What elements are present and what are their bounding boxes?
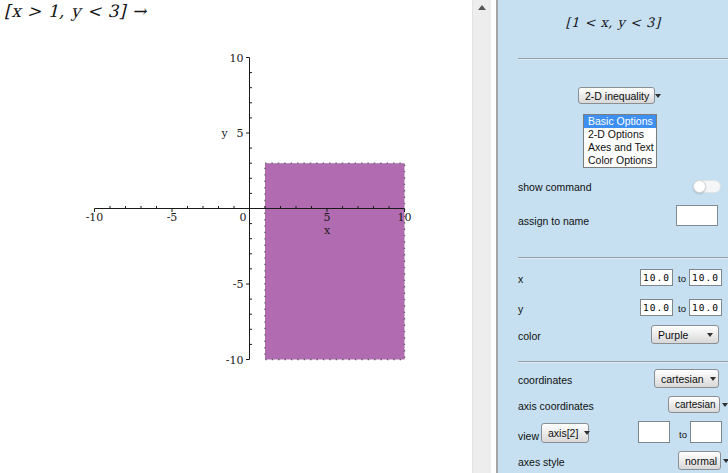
axis-coordinates-dropdown[interactable]: cartesian bbox=[668, 396, 720, 413]
x-to-word: to bbox=[674, 273, 690, 284]
svg-text:-5: -5 bbox=[167, 211, 178, 224]
toggle-knob bbox=[693, 180, 706, 193]
options-listbox[interactable]: Basic Options 2-D Options Axes and Text … bbox=[583, 114, 657, 168]
color-label: color bbox=[518, 330, 541, 342]
scroll-up-icon bbox=[478, 5, 486, 10]
context-panel: [1 < x, y < 3] 2-D inequality Basic Opti… bbox=[498, 0, 728, 473]
svg-text:x: x bbox=[324, 224, 331, 237]
color-dropdown[interactable]: Purple bbox=[651, 325, 719, 344]
chevron-down-icon bbox=[722, 403, 728, 407]
list-item-basic-options[interactable]: Basic Options bbox=[584, 115, 656, 128]
x-to-input[interactable] bbox=[689, 269, 722, 286]
separator bbox=[518, 361, 728, 363]
plot-type-value: 2-D inequality bbox=[585, 90, 649, 102]
axes-style-value: normal bbox=[685, 455, 717, 467]
coordinates-value: cartesian bbox=[661, 373, 704, 385]
chevron-down-icon bbox=[710, 377, 716, 381]
panel-expression: [1 < x, y < 3] bbox=[498, 15, 728, 30]
axis-coordinates-value: cartesian bbox=[675, 399, 716, 410]
list-item-2d-options[interactable]: 2-D Options bbox=[584, 128, 656, 141]
view-from-input[interactable] bbox=[638, 421, 670, 443]
svg-text:10: 10 bbox=[230, 52, 244, 65]
svg-text:-5: -5 bbox=[233, 278, 244, 291]
y-to-word: to bbox=[674, 303, 690, 314]
axes-style-dropdown[interactable]: normal bbox=[678, 451, 721, 470]
svg-text:-10: -10 bbox=[86, 211, 104, 224]
list-item-axes-and-text[interactable]: Axes and Text bbox=[584, 141, 656, 154]
y-from-input[interactable] bbox=[640, 299, 673, 316]
coordinates-dropdown[interactable]: cartesian bbox=[654, 369, 719, 388]
svg-text:y: y bbox=[220, 127, 228, 140]
color-value: Purple bbox=[658, 329, 688, 341]
coordinates-label: coordinates bbox=[518, 374, 572, 386]
svg-text:5: 5 bbox=[237, 127, 244, 140]
view-to-word: to bbox=[675, 429, 691, 440]
chevron-down-icon bbox=[707, 333, 713, 337]
svg-text:5: 5 bbox=[324, 211, 331, 224]
y-range-label: y bbox=[518, 303, 523, 315]
assign-to-name-label: assign to name bbox=[518, 215, 589, 227]
list-item-color-options[interactable]: Color Options bbox=[584, 154, 656, 167]
chevron-down-icon bbox=[723, 459, 728, 463]
svg-text:10: 10 bbox=[398, 211, 412, 224]
plot-type-dropdown[interactable]: 2-D inequality bbox=[578, 87, 655, 104]
worksheet-area: [x > 1, y < 3] → -10-50510-10-5510xy bbox=[0, 0, 472, 473]
axis-coordinates-label: axis coordinates bbox=[518, 400, 594, 412]
show-command-label: show command bbox=[518, 181, 592, 193]
inequality-plot[interactable]: -10-50510-10-5510xy bbox=[0, 0, 472, 473]
scroll-up-button[interactable] bbox=[473, 0, 491, 14]
x-from-input[interactable] bbox=[640, 269, 673, 286]
svg-text:-10: -10 bbox=[226, 354, 244, 367]
svg-text:0: 0 bbox=[240, 211, 247, 224]
view-axis-dropdown[interactable]: axis[2] bbox=[541, 423, 589, 443]
y-to-input[interactable] bbox=[689, 299, 722, 316]
view-to-input[interactable] bbox=[690, 421, 722, 443]
separator bbox=[518, 257, 728, 259]
view-label: view bbox=[518, 430, 539, 442]
chevron-down-icon bbox=[584, 431, 590, 435]
chevron-down-icon bbox=[655, 94, 661, 98]
show-command-toggle[interactable] bbox=[693, 180, 721, 193]
axes-style-label: axes style bbox=[518, 456, 565, 468]
worksheet-scrollbar[interactable] bbox=[472, 0, 491, 473]
x-range-label: x bbox=[518, 273, 523, 285]
view-axis-value: axis[2] bbox=[548, 427, 578, 439]
assign-to-name-input[interactable] bbox=[676, 205, 718, 226]
separator bbox=[518, 58, 728, 60]
